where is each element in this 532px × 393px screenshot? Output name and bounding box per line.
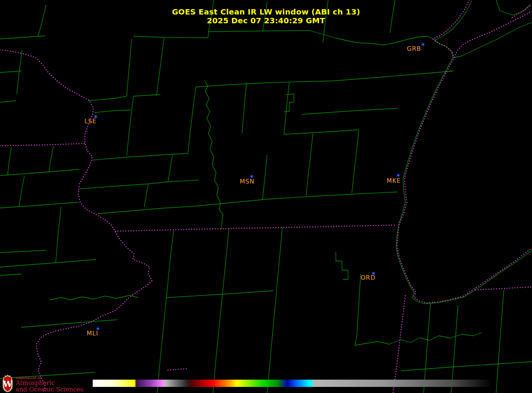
county-line <box>127 111 132 156</box>
county-line <box>0 250 46 253</box>
county-line <box>0 169 79 176</box>
county-line <box>156 38 164 95</box>
map-canvas <box>0 0 532 393</box>
county-line <box>301 108 398 114</box>
border-fragment <box>168 369 188 370</box>
mn-ia-border <box>0 143 85 146</box>
logo-text: Department of Atmospheric and Oceanic Sc… <box>16 374 83 393</box>
station-label: ORD <box>361 274 376 281</box>
county-line <box>0 202 78 208</box>
lake-michigan-shore <box>397 57 532 303</box>
county-line <box>242 82 247 134</box>
county-line <box>134 31 310 38</box>
uw-aos-logo: W Department of Atmospheric and Oceanic … <box>2 374 83 393</box>
title-line1: GOES East Clean IR LW window (ABI ch 13) <box>0 8 532 16</box>
county-line <box>98 206 197 214</box>
county-line <box>89 96 127 101</box>
crest-monogram: W <box>3 379 13 389</box>
county-line <box>95 95 160 113</box>
station-marker <box>397 174 399 176</box>
station-label: LSE <box>84 118 97 125</box>
county-line <box>284 82 289 134</box>
county-line <box>336 252 348 279</box>
station-marker <box>422 43 424 45</box>
county-line <box>0 71 21 72</box>
county-line <box>372 36 435 45</box>
image-title: GOES East Clean IR LW window (ABI ch 13)… <box>0 8 532 25</box>
county-line <box>157 231 174 393</box>
county-line <box>355 274 361 345</box>
county-boundaries-layer <box>0 0 532 393</box>
county-line <box>401 362 532 371</box>
logo-line2: and Oceanic Sciences <box>16 386 83 393</box>
ir-enhancement-colorbar <box>93 380 492 387</box>
county-line <box>267 227 282 393</box>
county-line <box>284 130 359 134</box>
title-line2: 2025 Dec 07 23:40:29 GMT <box>0 16 532 25</box>
county-line <box>17 50 22 94</box>
county-line <box>197 192 398 206</box>
wi-il-border <box>115 225 396 231</box>
county-line <box>213 228 229 393</box>
county-line <box>168 155 172 181</box>
county-line <box>306 134 313 195</box>
county-line <box>310 31 372 43</box>
river-line <box>50 295 138 300</box>
county-line <box>8 147 11 175</box>
station-label: MLI <box>87 330 98 337</box>
county-line <box>352 130 359 193</box>
station-label: GRB <box>407 45 421 52</box>
mi-in-border <box>476 287 532 290</box>
shoreline-line <box>396 58 532 304</box>
county-line <box>49 146 53 172</box>
county-line <box>19 176 24 206</box>
river-line <box>205 80 223 229</box>
county-line <box>0 259 96 267</box>
logo-line1: Atmospheric <box>16 380 83 386</box>
il-in-border <box>393 296 405 393</box>
county-line <box>0 36 45 39</box>
county-line <box>496 290 504 393</box>
county-line <box>196 81 333 87</box>
county-line <box>284 94 294 112</box>
station-label: MKE <box>387 177 401 184</box>
mississippi-river-border <box>0 50 152 393</box>
satellite-map-screen: GOES East Clean IR LW window (ABI ch 13)… <box>0 0 532 393</box>
county-line <box>80 180 198 189</box>
county-line <box>333 71 453 81</box>
county-line <box>21 320 118 327</box>
shoreline-line <box>453 22 532 58</box>
station-label: MSN <box>240 178 255 185</box>
station-marker <box>251 176 253 177</box>
county-line <box>263 155 267 199</box>
county-line <box>0 101 16 102</box>
uw-crest-icon: W <box>2 374 13 393</box>
county-line <box>56 207 61 263</box>
county-line <box>0 274 21 275</box>
county-line <box>127 39 132 96</box>
county-line <box>166 291 273 298</box>
county-line <box>91 153 188 160</box>
county-line <box>188 87 196 155</box>
river-line <box>355 333 482 345</box>
county-line <box>144 185 148 207</box>
